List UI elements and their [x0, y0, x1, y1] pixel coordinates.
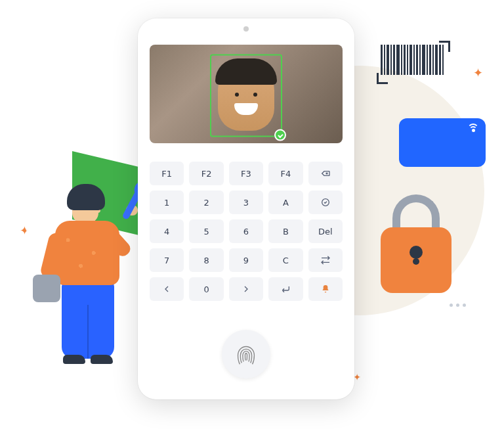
chevron-left-icon: [161, 284, 172, 294]
key-backspace[interactable]: [308, 162, 343, 185]
sparkle-icon: ✦: [473, 66, 483, 79]
key-7[interactable]: 7: [150, 248, 184, 272]
key-0[interactable]: 0: [189, 277, 223, 301]
key-bell[interactable]: [308, 277, 343, 301]
key-5[interactable]: 5: [189, 219, 223, 243]
dot-decoration: [450, 304, 466, 307]
key-1[interactable]: 1: [150, 191, 184, 214]
face-recognition-view: [150, 45, 343, 143]
key-3[interactable]: 3: [229, 191, 263, 214]
key-f4[interactable]: F4: [268, 162, 303, 185]
key-9[interactable]: 9: [229, 248, 263, 272]
key-2[interactable]: 2: [189, 191, 223, 214]
barcode-icon: [381, 45, 444, 75]
key-check[interactable]: [308, 191, 343, 214]
rfid-card-icon: [399, 118, 486, 167]
chevron-right-icon: [241, 284, 251, 294]
key-shuffle[interactable]: [308, 248, 343, 272]
backspace-icon: [320, 168, 331, 179]
key-enter[interactable]: [268, 277, 303, 301]
fingerprint-icon: [231, 339, 261, 369]
key-left[interactable]: [150, 277, 184, 301]
sparkle-icon: ✦: [353, 372, 361, 382]
wifi-icon: [467, 124, 479, 135]
lock-icon: [381, 194, 452, 293]
key-del[interactable]: Del: [308, 219, 343, 243]
key-b[interactable]: B: [268, 219, 303, 243]
key-6[interactable]: 6: [229, 219, 263, 243]
bell-icon: [320, 284, 331, 294]
person-illustration: [26, 145, 144, 368]
key-8[interactable]: 8: [189, 248, 223, 272]
camera-icon: [243, 26, 249, 32]
key-a[interactable]: A: [268, 191, 303, 214]
key-right[interactable]: [229, 277, 263, 301]
face-detection-box: [210, 55, 282, 137]
key-f2[interactable]: F2: [189, 162, 223, 185]
access-terminal: F1 F2 F3 F4 1 2 3 A 4 5 6 B Del 7 8 9 C …: [138, 18, 354, 399]
key-c[interactable]: C: [268, 248, 303, 272]
key-f1[interactable]: F1: [150, 162, 184, 185]
shuffle-icon: [320, 255, 331, 265]
check-icon: [274, 129, 286, 141]
fingerprint-sensor[interactable]: [222, 330, 270, 378]
key-f3[interactable]: F3: [229, 162, 263, 185]
key-4[interactable]: 4: [150, 219, 184, 243]
keypad: F1 F2 F3 F4 1 2 3 A 4 5 6 B Del 7 8 9 C …: [150, 162, 343, 301]
check-icon: [320, 197, 331, 208]
enter-icon: [280, 284, 291, 294]
